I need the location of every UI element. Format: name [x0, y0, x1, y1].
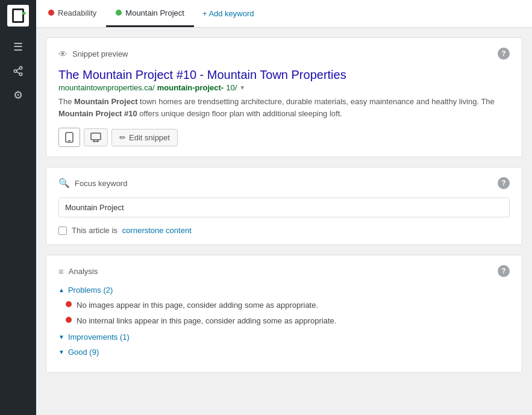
snippet-controls: ✏ Edit snippet: [58, 128, 510, 147]
mobile-view-button[interactable]: [58, 128, 80, 147]
url-prefix: mountaintownproperties.ca/: [58, 83, 155, 92]
problem-dot-1: [66, 301, 72, 307]
tab-readability[interactable]: Readability: [39, 0, 106, 27]
add-keyword-label: + Add keyword: [202, 9, 254, 18]
analysis-title-row: ≡ Analysis: [58, 266, 98, 276]
problem-dot-2: [66, 317, 72, 323]
tab-readability-label: Readability: [58, 8, 96, 17]
snippet-preview-card: 👁 Snippet preview ? The Mountain Project…: [46, 37, 522, 157]
focus-keyword-title-row: 🔍 Focus keyword: [58, 178, 127, 189]
cornerstone-row: This article is cornerstone content: [58, 226, 510, 235]
improvements-label: Improvements (1): [68, 332, 130, 342]
problem-text-1: No images appear in this page, consider …: [77, 299, 318, 311]
bars-icon[interactable]: ☰: [7, 36, 29, 58]
eye-icon: 👁: [58, 49, 67, 59]
focus-keyword-header: 🔍 Focus keyword ?: [58, 177, 510, 189]
share-icon[interactable]: [7, 60, 29, 82]
improvements-chevron: ▼: [58, 334, 64, 340]
good-group: ▼ Good (9): [58, 348, 510, 357]
good-toggle[interactable]: ▼ Good (9): [58, 348, 510, 357]
problems-label: Problems (2): [68, 286, 113, 295]
focus-keyword-help-icon[interactable]: ?: [498, 177, 510, 189]
svg-line-3: [16, 72, 19, 73]
cornerstone-checkbox[interactable]: [58, 226, 67, 235]
problem-text-2: No internal links appear in this page, c…: [77, 315, 336, 327]
problem-item-2: No internal links appear in this page, c…: [58, 315, 510, 327]
gear-icon[interactable]: ⚙: [7, 84, 29, 106]
cornerstone-link[interactable]: cornerstone content: [122, 226, 192, 235]
snippet-header: 👁 Snippet preview ?: [58, 48, 510, 60]
snippet-page-title[interactable]: The Mountain Project #10 - Mountain Town…: [58, 68, 510, 82]
snippet-help-icon[interactable]: ?: [498, 48, 510, 60]
edit-snippet-label: Edit snippet: [129, 133, 170, 142]
problem-item-1: No images appear in this page, consider …: [58, 299, 510, 311]
logo-mark: [12, 8, 24, 23]
search-icon: 🔍: [58, 178, 70, 189]
snippet-section-label: Snippet preview: [72, 49, 128, 58]
edit-snippet-button[interactable]: ✏ Edit snippet: [111, 129, 178, 146]
svg-rect-7: [91, 133, 101, 140]
readability-dot: [48, 10, 54, 16]
good-label: Good (9): [68, 348, 99, 357]
content-area: 👁 Snippet preview ? The Mountain Project…: [36, 28, 532, 415]
tab-mountain-project[interactable]: Mountain Project: [106, 0, 194, 27]
kw1: Mountain Project: [74, 97, 137, 106]
analysis-label: Analysis: [69, 267, 98, 276]
focus-keyword-input[interactable]: [58, 198, 510, 217]
list-icon: ≡: [58, 266, 64, 276]
svg-line-4: [16, 69, 19, 70]
tab-mountain-project-label: Mountain Project: [125, 8, 184, 17]
improvements-group: ▼ Improvements (1): [58, 332, 510, 342]
desktop-view-button[interactable]: [84, 128, 108, 146]
focus-keyword-card: 🔍 Focus keyword ? This article is corner…: [46, 167, 522, 245]
snippet-description: The Mountain Project town homes are tren…: [58, 96, 510, 119]
problems-chevron: ▲: [58, 287, 64, 293]
url-suffix: 10/: [226, 83, 237, 92]
svg-point-1: [14, 70, 17, 73]
add-keyword-tab[interactable]: + Add keyword: [194, 0, 263, 27]
kw2: Mountain Project #10: [58, 109, 137, 118]
app-logo: [7, 5, 29, 27]
problems-toggle[interactable]: ▲ Problems (2): [58, 286, 510, 295]
url-chevron: ▼: [239, 84, 245, 91]
tabs-bar: Readability Mountain Project + Add keywo…: [36, 0, 532, 28]
focus-keyword-label: Focus keyword: [75, 179, 127, 188]
improvements-toggle[interactable]: ▼ Improvements (1): [58, 332, 510, 342]
analysis-header: ≡ Analysis ?: [58, 265, 510, 277]
main-panel: Readability Mountain Project + Add keywo…: [36, 0, 532, 415]
analysis-card: ≡ Analysis ? ▲ Problems (2) No images ap…: [46, 255, 522, 373]
cornerstone-label: This article is: [72, 226, 117, 235]
snippet-title-row: 👁 Snippet preview: [58, 49, 128, 59]
svg-point-2: [19, 73, 22, 76]
analysis-help-icon[interactable]: ?: [498, 265, 510, 277]
svg-point-0: [19, 67, 22, 70]
problems-group: ▲ Problems (2) No images appear in this …: [58, 286, 510, 326]
good-chevron: ▼: [58, 349, 64, 355]
sidebar: ☰ ⚙: [0, 0, 36, 415]
mountain-project-dot: [116, 10, 122, 16]
snippet-url: mountaintownproperties.ca/mountain-proje…: [58, 83, 510, 92]
pencil-icon: ✏: [119, 133, 126, 142]
url-bold: mountain-project-: [157, 83, 224, 92]
